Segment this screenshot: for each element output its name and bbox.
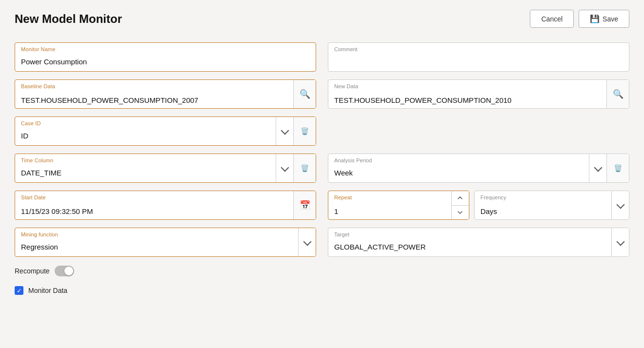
analysis-period-label: Analysis Period [334, 157, 372, 163]
calendar-icon: 📅 [300, 200, 310, 211]
repeat-increment-button[interactable] [452, 206, 469, 220]
chevron-down-icon [281, 126, 289, 135]
new-data-value: TEST.HOUSEHOLD_POWER_CONSUMPTION_2010 [334, 96, 601, 104]
frequency-label: Frequency [481, 194, 506, 200]
time-column-delete-button[interactable]: 🗑️ [293, 154, 316, 182]
search-icon: 🔍 [300, 89, 310, 99]
target-dropdown-button[interactable] [611, 228, 629, 256]
chevron-down-icon [616, 200, 624, 209]
monitor-name-value: Power Consumption [21, 58, 310, 66]
recompute-label: Recompute [15, 267, 50, 275]
frequency-dropdown-button[interactable] [611, 191, 629, 219]
frequency-main[interactable]: Frequency Days [475, 191, 611, 219]
target-value: GLOBAL_ACTIVE_POWER [334, 243, 605, 251]
start-date-label: Start Date [21, 194, 46, 200]
form-grid: Monitor Name Power Consumption Comment B… [15, 42, 629, 257]
recompute-row: Recompute [15, 266, 629, 276]
case-id-dropdown-button[interactable] [276, 117, 293, 145]
chevron-down-icon [303, 237, 311, 246]
monitor-name-field[interactable]: Monitor Name Power Consumption [15, 42, 316, 72]
mining-function-label: Mining function [21, 232, 58, 237]
monitor-data-row: ✓ Monitor Data [15, 286, 629, 295]
repeat-field: Repeat 1 [328, 191, 469, 220]
mining-function-value: Regression [21, 243, 292, 251]
case-id-field: Case ID ID 🗑️ [15, 116, 316, 146]
analysis-period-field: Analysis Period Week 🗑️ [328, 154, 629, 183]
page-header: New Model Monitor Cancel 💾 Save [15, 10, 629, 28]
start-date-main[interactable]: Start Date 11/15/23 09:32:50 PM [15, 191, 293, 219]
chevron-down-icon [281, 163, 289, 172]
new-data-field: New Data TEST.HOUSEHOLD_POWER_CONSUMPTIO… [328, 79, 629, 109]
time-column-field: Time Column DATE_TIME 🗑️ [15, 154, 316, 183]
mining-function-dropdown-button[interactable] [298, 228, 316, 256]
baseline-data-main[interactable]: Baseline Data TEST.HOUSEHOLD_POWER_CONSU… [15, 80, 293, 108]
repeat-main[interactable]: Repeat 1 [328, 191, 451, 219]
comment-field[interactable]: Comment [328, 42, 629, 72]
page-title: New Model Monitor [15, 12, 122, 26]
repeat-frequency-group: Repeat 1 Frequency Days [328, 191, 629, 220]
target-main[interactable]: Target GLOBAL_ACTIVE_POWER [328, 228, 611, 256]
time-column-main[interactable]: Time Column DATE_TIME [15, 154, 276, 182]
toggle-knob [64, 267, 73, 275]
repeat-decrement-button[interactable] [452, 191, 469, 206]
save-button[interactable]: 💾 Save [579, 10, 629, 28]
repeat-label: Repeat [334, 194, 352, 200]
new-data-search-button[interactable]: 🔍 [606, 80, 629, 108]
analysis-period-value: Week [334, 169, 583, 177]
case-id-label: Case ID [21, 120, 41, 126]
header-actions: Cancel 💾 Save [530, 10, 629, 28]
start-date-calendar-button[interactable]: 📅 [293, 191, 316, 219]
save-label: Save [603, 15, 618, 23]
case-id-delete-button[interactable]: 🗑️ [293, 117, 316, 145]
baseline-data-field: Baseline Data TEST.HOUSEHOLD_POWER_CONSU… [15, 79, 316, 109]
frequency-field: Frequency Days [474, 191, 629, 220]
analysis-period-delete-button[interactable]: 🗑️ [606, 154, 629, 182]
case-id-value: ID [21, 132, 270, 140]
mining-function-field: Mining function Regression [15, 228, 316, 257]
new-data-main[interactable]: New Data TEST.HOUSEHOLD_POWER_CONSUMPTIO… [328, 80, 606, 108]
analysis-period-dropdown-button[interactable] [589, 154, 606, 182]
target-field: Target GLOBAL_ACTIVE_POWER [328, 228, 629, 257]
monitor-data-checkbox[interactable]: ✓ [15, 286, 23, 295]
trash-icon: 🗑️ [614, 164, 622, 172]
search-icon: 🔍 [613, 89, 624, 99]
chevron-down-icon [594, 163, 602, 172]
time-column-dropdown-button[interactable] [276, 154, 293, 182]
comment-label: Comment [334, 46, 358, 52]
recompute-toggle[interactable] [55, 266, 74, 276]
monitor-data-label: Monitor Data [28, 287, 67, 294]
trash-icon: 🗑️ [301, 164, 309, 172]
start-date-field: Start Date 11/15/23 09:32:50 PM 📅 [15, 191, 316, 220]
baseline-data-label: Baseline Data [21, 83, 55, 89]
baseline-search-button[interactable]: 🔍 [293, 80, 316, 108]
target-label: Target [334, 232, 349, 237]
repeat-value: 1 [334, 207, 445, 215]
new-data-label: New Data [334, 83, 358, 89]
cancel-button[interactable]: Cancel [530, 10, 574, 28]
monitor-name-label: Monitor Name [21, 46, 55, 52]
analysis-period-main[interactable]: Analysis Period Week [328, 154, 589, 182]
repeat-stepper [451, 191, 469, 219]
save-icon: 💾 [590, 14, 600, 23]
time-column-value: DATE_TIME [21, 169, 270, 177]
case-id-main[interactable]: Case ID ID [15, 117, 276, 145]
mining-function-main[interactable]: Mining function Regression [15, 228, 298, 256]
chevron-down-icon [616, 237, 624, 246]
baseline-data-value: TEST.HOUSEHOLD_POWER_CONSUMPTION_2007 [21, 96, 287, 104]
checkmark-icon: ✓ [17, 288, 22, 294]
time-column-label: Time Column [21, 157, 53, 163]
start-date-value: 11/15/23 09:32:50 PM [21, 207, 287, 215]
frequency-value: Days [481, 207, 605, 215]
trash-icon: 🗑️ [301, 127, 309, 135]
